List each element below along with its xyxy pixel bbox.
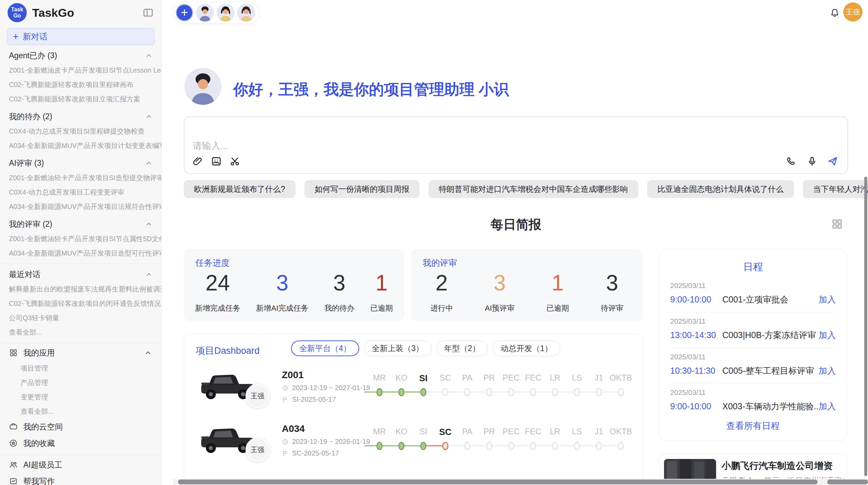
- dashboard-filter[interactable]: 动总开发（1）: [493, 340, 560, 356]
- sidebar-item[interactable]: C0X4-动力总成开发项目SI里程碑提交物检查: [0, 124, 161, 138]
- app-item[interactable]: 变更管理: [0, 390, 161, 404]
- milestone-dot[interactable]: [508, 442, 514, 450]
- milestone-dot[interactable]: [618, 388, 624, 396]
- sidebar-section-header[interactable]: Agent已办 (3): [0, 48, 161, 63]
- milestone-dot[interactable]: [464, 442, 470, 450]
- join-link[interactable]: 加入: [819, 401, 836, 412]
- horizontal-scrollbar-thumb-2[interactable]: [827, 480, 868, 484]
- app-item[interactable]: 项目管理: [0, 361, 161, 375]
- milestone-dot[interactable]: [574, 388, 580, 396]
- sidebar-item[interactable]: A034-全新新能源MUV产品开发项目法规符合性评审: [0, 199, 161, 214]
- milestone-dot[interactable]: [552, 442, 558, 450]
- view-all-chats-link[interactable]: 查看全部...: [0, 325, 161, 339]
- horizontal-scrollbar-thumb[interactable]: [178, 480, 818, 484]
- dashboard-filter[interactable]: 全新上装（3）: [364, 340, 432, 356]
- agent-avatar-2[interactable]: [217, 4, 234, 22]
- milestone-label: FEC: [521, 373, 545, 383]
- milestone-dot[interactable]: [486, 442, 492, 450]
- milestone-dot[interactable]: [376, 442, 383, 450]
- sidebar-item[interactable]: C02-飞腾新能源轻客改款项目里程碑画布: [0, 77, 161, 92]
- briefing-layout-icon[interactable]: [831, 218, 843, 230]
- sidebar-link-favorites[interactable]: 我的收藏: [0, 435, 161, 451]
- schedule-date: 2025/03/11: [670, 353, 836, 361]
- sidebar-tool-label: 帮我写作: [23, 476, 55, 485]
- suggestion-chip[interactable]: 如何写一份清晰的项目周报: [304, 180, 420, 198]
- sidebar-section-header[interactable]: AI评审 (3): [0, 156, 161, 171]
- notification-bell-icon[interactable]: [830, 8, 840, 18]
- agent-avatar-1[interactable]: [196, 4, 214, 22]
- sidebar-item[interactable]: C0X4-动力总成开发项目工程变更评审: [0, 185, 161, 199]
- send-icon[interactable]: [827, 156, 839, 167]
- dashboard-filter[interactable]: 年型（2）: [436, 340, 488, 356]
- sidebar-item[interactable]: Z001-全新燃油轻卡产品开发项目SI造型提交物评审: [0, 171, 161, 185]
- milestone-dot[interactable]: [420, 442, 426, 450]
- sidebar-item[interactable]: A034-全新新能源MUV产品开发项目计划变更表编写: [0, 138, 161, 153]
- image-upload-icon[interactable]: [210, 156, 222, 167]
- sidebar-item[interactable]: Z001-全新燃油轻卡产品开发项目SI节点属性5D文件评审: [0, 232, 161, 246]
- chat-input[interactable]: 请输入...: [184, 116, 848, 174]
- new-chat-label: 新对话: [23, 31, 48, 42]
- view-all-apps-link[interactable]: 查看全部...: [0, 404, 161, 419]
- suggestion-chip[interactable]: 特朗普可能对进口汽车增税会对中国车企造成哪些影响: [429, 180, 638, 198]
- recent-chat-item[interactable]: 解释最新出台的欧盟报废车法规再生塑料比例被调至15%...: [0, 282, 161, 296]
- milestone-dot[interactable]: [596, 388, 602, 396]
- add-agent-button[interactable]: +: [176, 4, 193, 22]
- milestone-dot[interactable]: [442, 442, 448, 450]
- attachment-icon[interactable]: [192, 156, 204, 167]
- agent-avatar-3[interactable]: [237, 4, 255, 22]
- sidebar-section-header[interactable]: 我的待办 (2): [0, 109, 161, 124]
- sidebar-section-header[interactable]: 我的评审 (2): [0, 216, 161, 232]
- milestone-dot[interactable]: [618, 442, 624, 450]
- voice-call-icon[interactable]: [786, 156, 797, 167]
- app-item[interactable]: 产品管理: [0, 375, 161, 390]
- recent-chat-item[interactable]: C02-飞腾新能源轻客改款项目的闭环通告反馈情况: [0, 296, 161, 311]
- vertical-scrollbar-thumb[interactable]: [864, 177, 867, 476]
- milestone-dot[interactable]: [398, 442, 405, 450]
- milestone-dot[interactable]: [442, 388, 448, 396]
- screenshot-scissors-icon[interactable]: [229, 156, 241, 167]
- sidebar-tool-ai-staff[interactable]: AI超级员工: [0, 457, 161, 473]
- suggestion-chip[interactable]: 当下年轻人对汽车外观有怎样的喜好趋势: [803, 180, 868, 198]
- recent-chats-header[interactable]: 最近对话: [0, 267, 161, 282]
- join-link[interactable]: 加入: [819, 365, 836, 376]
- suggestion-chip[interactable]: 欧洲新规最近颁布了什么?: [184, 180, 296, 198]
- sidebar-link-cloud-space[interactable]: 我的云空间: [0, 419, 161, 435]
- sidebar-item[interactable]: A034-全新新能源MUV产品开发项目造型可行性评审: [0, 246, 161, 260]
- project-row: 王强A0342023-12-19 ~ 2026-01-19SC-2025-05-…: [196, 421, 636, 475]
- my-review-card: 我的评审 2进行中3AI预评审1已逾期3待评审: [411, 249, 643, 321]
- milestone-dot[interactable]: [420, 388, 426, 396]
- sidebar-item[interactable]: C02-飞腾新能源轻客改款项目立项汇报方案: [0, 92, 161, 106]
- milestone-dot[interactable]: [596, 442, 602, 450]
- collapse-sidebar-icon[interactable]: [142, 7, 154, 18]
- dashboard-filter[interactable]: 全新平台（4）: [291, 340, 359, 356]
- new-chat-button[interactable]: + 新对话: [7, 28, 155, 45]
- chat-input-placeholder: 请输入...: [193, 140, 228, 152]
- milestone-track: MRKOSISCPAPRPECFECLRLSJ1OKTB: [367, 368, 638, 406]
- join-link[interactable]: 加入: [819, 329, 836, 341]
- project-owner-avatar[interactable]: 王强: [245, 384, 269, 408]
- milestone-dot[interactable]: [574, 442, 580, 450]
- milestone-label: SI: [411, 373, 435, 384]
- milestone-dot[interactable]: [376, 388, 383, 396]
- milestone-dot[interactable]: [530, 388, 536, 396]
- sidebar-tool-writing[interactable]: 帮我写作: [0, 473, 161, 485]
- join-link[interactable]: 加入: [819, 294, 836, 305]
- recent-chat-item[interactable]: 公司Q3轻卡销量: [0, 311, 161, 325]
- dashboard-title: 项目Dashboard: [196, 345, 260, 357]
- milestone-label: PA: [455, 373, 479, 383]
- user-avatar[interactable]: 王强: [843, 2, 863, 22]
- milestone-dot[interactable]: [398, 388, 405, 396]
- milestone-dot[interactable]: [508, 388, 514, 396]
- milestone-dot[interactable]: [464, 388, 470, 396]
- suggestion-chip[interactable]: 比亚迪全固态电池计划具体说了什么: [647, 180, 794, 198]
- sidebar-item[interactable]: Z001-全新燃油皮卡产品开发项目SI节点Lesson Learn报告: [0, 63, 161, 77]
- view-all-schedule-link[interactable]: 查看所有日程: [659, 420, 847, 432]
- horizontal-scrollbar-track[interactable]: [173, 479, 868, 485]
- milestone-dot[interactable]: [486, 388, 492, 396]
- microphone-icon[interactable]: [806, 156, 818, 167]
- milestone-dot[interactable]: [552, 388, 558, 396]
- project-owner-avatar[interactable]: 王强: [245, 438, 269, 462]
- milestone-dot[interactable]: [530, 442, 536, 450]
- my-apps-header[interactable]: 我的应用: [0, 345, 161, 361]
- sidebar-section-title: 我的待办 (2): [9, 111, 52, 122]
